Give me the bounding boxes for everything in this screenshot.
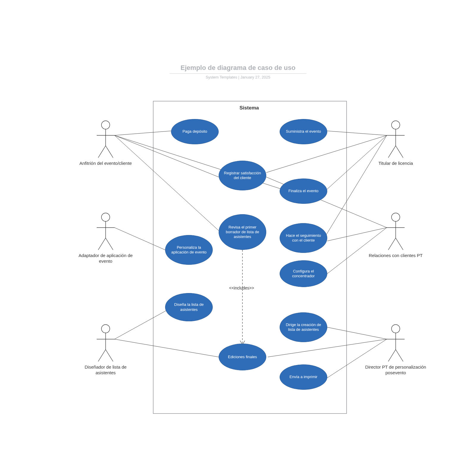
svg-line-38 (266, 135, 387, 173)
usecase-customize-app: Personaliza la aplicación de evento (165, 235, 213, 265)
svg-line-23 (388, 238, 396, 250)
actor-ptrel-label: Relaciones con clientes PT (364, 253, 427, 259)
usecase-send-print: Envía a imprimir (280, 364, 327, 390)
svg-line-43 (327, 228, 387, 274)
svg-line-32 (115, 135, 219, 231)
svg-line-30 (115, 131, 171, 135)
svg-point-20 (392, 213, 400, 221)
actor-ptdir-figure (387, 325, 405, 361)
usecase-configure-hub: Configura el concentrador (280, 260, 327, 287)
svg-line-37 (327, 131, 387, 135)
actor-adapter-label: Adaptador de aplicación de evento (74, 253, 137, 264)
svg-point-15 (392, 121, 400, 129)
actor-designer-figure (97, 325, 115, 361)
svg-line-3 (98, 146, 106, 158)
usecase-finalize-event: Finaliza el evento (280, 178, 327, 204)
svg-line-13 (98, 350, 106, 361)
svg-line-42 (327, 228, 387, 241)
usecase-followup: Hace el seguimiento con el cliente (280, 223, 327, 253)
svg-line-4 (106, 146, 113, 158)
usecase-direct-creation: Dirige la creación de lista de asistente… (280, 312, 327, 342)
actor-host-figure (97, 121, 115, 158)
svg-line-24 (396, 238, 403, 250)
actor-host-label: Anfitrión del evento/cliente (74, 161, 137, 166)
include-label: <<includes>> (229, 286, 254, 290)
svg-line-14 (106, 350, 113, 361)
svg-line-45 (268, 339, 387, 357)
actor-adapter-figure (97, 213, 115, 250)
actor-ptrel-figure (387, 213, 405, 250)
svg-line-34 (115, 228, 165, 250)
svg-line-29 (396, 350, 403, 361)
usecase-register-satisfaction: Registrar satisfacción del cliente (219, 161, 266, 190)
svg-point-0 (101, 121, 110, 129)
svg-line-8 (98, 238, 106, 250)
svg-line-18 (388, 146, 396, 158)
svg-line-36 (115, 339, 219, 357)
usecase-pay-deposit: Paga depósito (171, 119, 219, 144)
actor-ptdir-label: Director PT de personalización posevento (364, 364, 427, 376)
actor-licensee-figure (387, 121, 405, 158)
svg-line-40 (324, 135, 387, 238)
svg-line-9 (106, 238, 113, 250)
svg-line-35 (115, 308, 171, 339)
usecase-review-draft: Revisa el primer borrador de lista de as… (219, 214, 266, 250)
system-boundary-label: Sistema (239, 105, 259, 111)
usecase-final-editions: Ediciones finales (219, 344, 266, 370)
svg-line-28 (388, 350, 396, 361)
svg-line-44 (327, 327, 387, 339)
svg-point-10 (101, 325, 110, 333)
usecase-design-list: Diseña la lista de asistentes (165, 293, 213, 321)
svg-point-25 (392, 325, 400, 333)
actor-designer-label: Diseñador de lista de asistentes (74, 364, 137, 376)
include-arrow (240, 250, 245, 345)
svg-point-5 (101, 213, 110, 221)
actor-licensee-label: Titular de licencia (364, 161, 427, 166)
svg-line-19 (396, 146, 403, 158)
usecase-supply-event: Suministra el evento (280, 119, 327, 144)
